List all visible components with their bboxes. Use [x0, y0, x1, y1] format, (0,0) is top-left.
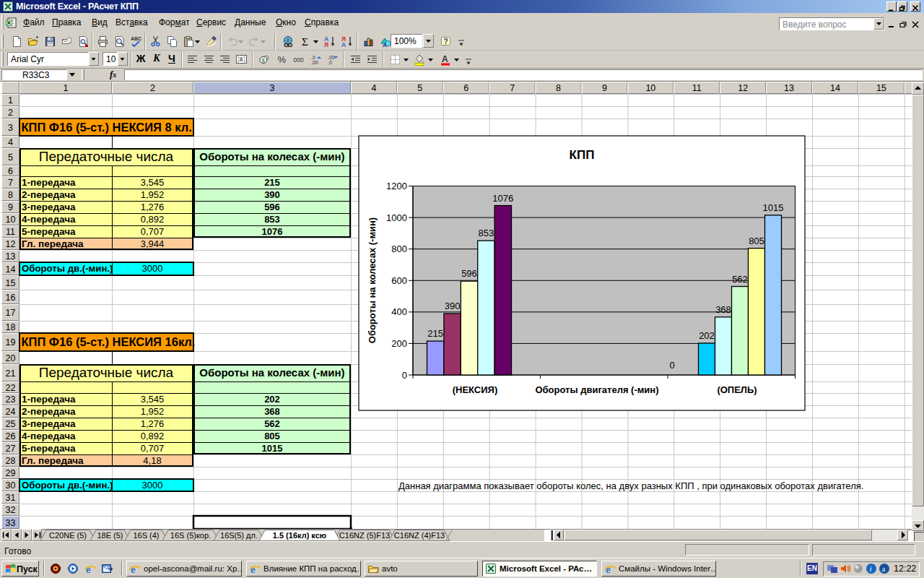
- svg-text:18: 18: [6, 322, 16, 332]
- svg-text:4-передача: 4-передача: [22, 431, 76, 441]
- svg-text:562: 562: [732, 274, 748, 285]
- svg-text:Обороты дв.(-мин.): Обороты дв.(-мин.): [22, 480, 113, 491]
- svg-text:Обороты на колесах (-мин): Обороты на колесах (-мин): [199, 150, 344, 163]
- svg-text:17: 17: [6, 308, 16, 318]
- svg-text:5: 5: [8, 152, 13, 163]
- svg-text:14: 14: [6, 264, 16, 275]
- svg-text:16S (4): 16S (4): [133, 531, 159, 540]
- svg-text:1076: 1076: [492, 193, 513, 204]
- svg-text:C16NZ (5)F13: C16NZ (5)F13: [339, 531, 390, 540]
- svg-text:Обороты на колесах (-мин): Обороты на колесах (-мин): [367, 217, 378, 343]
- svg-text:16S(5) дл.: 16S(5) дл.: [220, 531, 258, 540]
- svg-text:,0: ,0: [328, 60, 332, 65]
- svg-text:16: 16: [6, 293, 16, 303]
- svg-text:Передаточные числа: Передаточные числа: [39, 149, 174, 164]
- svg-text:28: 28: [6, 456, 16, 466]
- svg-text:1015: 1015: [262, 443, 283, 454]
- svg-text:562: 562: [264, 418, 280, 429]
- svg-text:%: %: [277, 54, 286, 65]
- svg-text:10: 10: [645, 83, 655, 93]
- svg-text:КПП: КПП: [570, 148, 595, 162]
- svg-text:КПП Ф16 (5-ст.) НЕКСИЯ 16кл.: КПП Ф16 (5-ст.) НЕКСИЯ 16кл.: [22, 335, 196, 348]
- svg-text:22: 22: [6, 383, 16, 393]
- svg-text:24: 24: [6, 407, 16, 417]
- svg-text:2-передача: 2-передача: [22, 406, 76, 417]
- svg-text:1-передача: 1-передача: [22, 177, 76, 188]
- svg-text:23: 23: [6, 394, 16, 405]
- svg-text:4: 4: [8, 137, 13, 147]
- svg-text:1,276: 1,276: [141, 418, 165, 429]
- svg-text:А: А: [341, 41, 346, 48]
- svg-text:КПП Ф16 (5-ст.) НЕКСИЯ 8 кл.: КПП Ф16 (5-ст.) НЕКСИЯ 8 кл.: [22, 121, 192, 134]
- svg-text:Гл. передача: Гл. передача: [22, 455, 84, 466]
- svg-text:31: 31: [6, 493, 16, 503]
- svg-text:0,707: 0,707: [141, 443, 165, 454]
- svg-text:1.5 (16кл) ксю: 1.5 (16кл) ксю: [273, 531, 326, 540]
- svg-text:26: 26: [6, 431, 16, 441]
- svg-text:a: a: [882, 564, 886, 573]
- svg-text:368: 368: [715, 304, 731, 315]
- svg-text:15: 15: [6, 278, 16, 288]
- svg-text:3000: 3000: [142, 480, 163, 491]
- svg-text:5-передача: 5-передача: [22, 443, 76, 454]
- svg-text:Я: Я: [324, 41, 328, 48]
- svg-text:9: 9: [8, 202, 13, 212]
- svg-text:14: 14: [830, 83, 840, 93]
- svg-text:ABC: ABC: [131, 36, 141, 41]
- svg-text:2-передача: 2-передача: [22, 189, 76, 200]
- svg-text:C20NE (5): C20NE (5): [49, 531, 87, 540]
- svg-text:Обороты дв.(-мин.): Обороты дв.(-мин.): [22, 263, 113, 274]
- svg-text:390: 390: [264, 189, 280, 200]
- svg-text:12: 12: [738, 83, 748, 93]
- svg-text:3: 3: [270, 83, 275, 93]
- svg-text:11: 11: [692, 83, 702, 93]
- svg-text:1076: 1076: [262, 226, 283, 237]
- svg-text:33: 33: [6, 518, 16, 528]
- svg-text:5-передача: 5-передача: [22, 226, 76, 237]
- svg-text:C16NZ (4)F13: C16NZ (4)F13: [394, 531, 445, 540]
- svg-text:9: 9: [602, 83, 607, 93]
- svg-text:4-передача: 4-передача: [22, 214, 76, 225]
- svg-text:13: 13: [784, 83, 794, 93]
- svg-text:20: 20: [6, 353, 16, 363]
- svg-text:596: 596: [264, 202, 280, 212]
- svg-text:(НЕКСИЯ): (НЕКСИЯ): [453, 384, 498, 395]
- svg-text:3-передача: 3-передача: [22, 418, 76, 429]
- svg-text:15: 15: [876, 83, 886, 93]
- svg-text:3000: 3000: [142, 263, 163, 274]
- svg-text:11: 11: [6, 227, 15, 237]
- svg-text:18E (5): 18E (5): [97, 531, 123, 540]
- svg-text:805: 805: [264, 431, 280, 441]
- svg-text:(ОПЕЛЬ): (ОПЕЛЬ): [717, 384, 757, 395]
- svg-text:1: 1: [64, 83, 69, 93]
- svg-text:596: 596: [461, 268, 477, 279]
- svg-text:1: 1: [8, 95, 13, 105]
- svg-text:8: 8: [556, 83, 561, 93]
- svg-text:Обороты двигателя (-мин): Обороты двигателя (-мин): [535, 384, 658, 395]
- svg-text:19: 19: [6, 337, 16, 348]
- svg-text:1200: 1200: [386, 181, 407, 191]
- svg-text:400: 400: [391, 306, 407, 317]
- svg-text:853: 853: [479, 228, 494, 238]
- svg-text:0: 0: [402, 370, 407, 381]
- svg-text:6: 6: [463, 83, 468, 93]
- svg-text:,00: ,00: [311, 60, 318, 65]
- svg-text:21: 21: [6, 368, 16, 379]
- svg-text:0: 0: [669, 360, 674, 371]
- svg-text:?: ?: [443, 38, 448, 46]
- svg-text:202: 202: [699, 330, 715, 341]
- svg-text:А: А: [442, 54, 448, 64]
- svg-text:,0: ,0: [311, 55, 315, 60]
- svg-text:1015: 1015: [763, 202, 784, 213]
- svg-text:Обороты на колесах (-мин): Обороты на колесах (-мин): [199, 366, 344, 379]
- svg-text:Данная диаграмма показывает об: Данная диаграмма показывает обороты коле…: [398, 480, 863, 491]
- svg-text:600: 600: [391, 275, 407, 286]
- svg-text:8: 8: [8, 190, 13, 200]
- svg-text:4: 4: [371, 83, 376, 93]
- svg-text:0,892: 0,892: [141, 431, 165, 441]
- svg-text:12: 12: [6, 239, 16, 249]
- svg-text:800: 800: [391, 243, 407, 254]
- svg-text:5: 5: [417, 83, 422, 93]
- svg-text:0,892: 0,892: [141, 214, 165, 225]
- svg-text:30: 30: [6, 480, 16, 491]
